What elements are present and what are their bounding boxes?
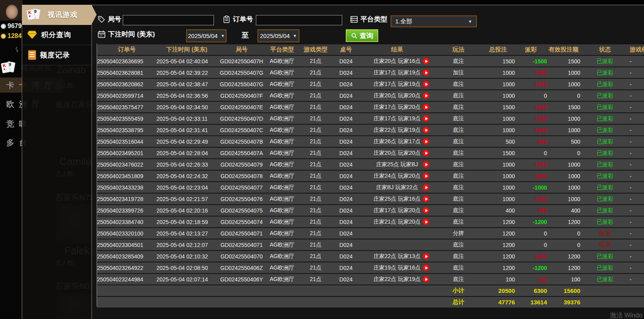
summary-row: 小计20500630015600 — [97, 285, 644, 296]
user-avatar — [0, 0, 23, 21]
date-from-value: 2025/05/04 — [188, 32, 218, 39]
table-row: 2505040233045012025-05-04 02:12:07GD0242… — [97, 239, 644, 250]
date-to-select[interactable]: 2025/05/04 ▼ — [257, 29, 299, 42]
result-text: 庄家20点 玩家20点 — [373, 150, 421, 157]
table-row: 2505040233847402025-05-04 02:18:59GD0242… — [97, 216, 644, 227]
play-video-button[interactable] — [423, 104, 429, 110]
round-number-input[interactable] — [123, 15, 214, 25]
column-header: 局号 — [217, 44, 266, 55]
platform-type-label: 平台类型 — [350, 15, 387, 24]
play-video-button[interactable] — [423, 81, 429, 87]
order-number-label: 订单号 — [223, 15, 253, 24]
points-balance: 9679 — [1, 23, 22, 30]
diamond-icon — [27, 30, 37, 39]
chat-text-fragment: 讠 — [15, 46, 21, 54]
play-video-button[interactable] — [423, 92, 429, 99]
table-row: 2505040234197282025-05-04 02:21:57GD0242… — [97, 194, 644, 204]
column-header: 结果 — [358, 44, 436, 55]
play-video-button[interactable] — [423, 138, 429, 145]
menu-item-label: 视讯游戏 — [48, 10, 78, 19]
platform-type-select[interactable]: 1.全部 ▼ — [391, 15, 477, 27]
credit-value: 1284 — [8, 32, 22, 40]
table-row: 2505040236208622025-05-04 02:38:47GD0242… — [97, 79, 644, 89]
play-video-button[interactable] — [423, 150, 429, 156]
calendar-icon — [97, 30, 106, 38]
result-text: 庄家17点 玩家19点 — [373, 81, 421, 88]
table-row: 2505040232854092025-05-04 02:10:32GD0242… — [97, 251, 644, 262]
points-value: 9679 — [8, 23, 22, 30]
date-range-to-label: 至 — [242, 30, 249, 40]
column-header: 有效投注额 — [547, 44, 580, 55]
result-text: 庄家17点 玩家19点 — [373, 115, 421, 122]
search-button[interactable]: 查询 — [346, 29, 378, 42]
chevron-down-icon: ▼ — [468, 19, 472, 24]
table-row: 2505040233997262025-05-04 02:20:16GD0242… — [97, 205, 644, 216]
menu-item-credit-records[interactable]: 额度记录 — [22, 45, 91, 65]
play-video-button[interactable] — [423, 173, 429, 179]
playing-cards-icon: 9 K♥ — [27, 9, 44, 21]
play-video-button[interactable] — [423, 184, 429, 191]
top-bar — [92, 0, 644, 5]
table-row: 2505040236280812025-05-04 02:39:22GD0242… — [97, 67, 644, 78]
play-video-button[interactable] — [423, 264, 429, 271]
result-text: 庄家26点 玩家17点 — [373, 138, 421, 145]
result-text: 庄家21点 玩家20点 — [373, 218, 421, 226]
result-text: 庄家17点 玩家20点 — [373, 207, 421, 214]
play-video-button[interactable] — [423, 127, 429, 133]
points-icon — [1, 24, 6, 29]
column-header: 玩法 — [436, 44, 481, 55]
round-number-label: 局号 — [97, 15, 121, 24]
play-video-button[interactable] — [423, 218, 429, 225]
windows-activation-watermark: 激活 Windo — [610, 311, 642, 319]
play-video-button[interactable] — [423, 115, 429, 122]
table-row: 2505040234332382025-05-04 02:23:04GD0242… — [97, 182, 644, 193]
summary-label: 小计 — [436, 285, 481, 296]
play-video-button[interactable] — [423, 276, 429, 283]
date-from-select[interactable]: 2025/05/04 ▼ — [186, 29, 227, 42]
platform-list-icon — [350, 15, 358, 23]
column-header: 游戏类型 — [298, 44, 333, 55]
platform-selected-value: 1.全部 — [395, 18, 412, 25]
play-video-button[interactable] — [423, 196, 429, 202]
column-header: 状态 — [580, 44, 630, 55]
date-to-value: 2025/05/04 — [260, 32, 290, 39]
table-row: 2505040234518092025-05-04 02:24:32GD0242… — [97, 171, 644, 181]
column-header: 平台类型 — [266, 44, 298, 55]
result-text: 庄家17点 玩家20点 — [373, 104, 421, 111]
chevron-down-icon: ▼ — [221, 34, 225, 38]
menu-item-video-games[interactable]: 9 K♥ 视讯游戏 — [22, 5, 91, 25]
column-header: 桌号 — [333, 44, 358, 55]
play-video-button[interactable] — [423, 161, 429, 168]
play-video-button[interactable] — [423, 69, 429, 76]
menu-item-points-query[interactable]: 积分查询 — [22, 25, 91, 45]
document-icon — [28, 50, 36, 60]
result-text: 庄家22点 玩家19点 — [373, 127, 421, 134]
play-video-button[interactable] — [423, 253, 429, 260]
result-text: 庄家19点 玩家16点 — [373, 264, 421, 272]
result-text: 庄家22点 玩家19点 — [373, 276, 421, 283]
playing-cards-icon: 9 K♥ — [2, 62, 18, 74]
coin-icon — [1, 34, 6, 39]
column-header: 下注时间 (美东) — [156, 44, 217, 55]
menu-item-label: 积分查询 — [41, 30, 71, 40]
column-header: 总投注 — [481, 44, 515, 55]
table-row: 2505040234760222025-05-04 02:26:33GD0242… — [97, 159, 644, 170]
table-row: 2505040232649222025-05-04 02:08:50GD0242… — [97, 262, 644, 273]
menu-item-label: 额度记录 — [40, 50, 70, 60]
result-text: 庄家17点 玩家19点 — [373, 69, 421, 76]
play-video-button[interactable] — [423, 207, 429, 214]
table-row: 2505040235160442025-05-04 02:29:49GD0242… — [97, 136, 644, 147]
column-header: 订单号 — [97, 44, 156, 55]
chevron-down-icon: ▼ — [293, 34, 297, 38]
result-text: 庄家20点 玩家20点 — [373, 92, 421, 99]
order-number-input[interactable] — [256, 15, 342, 25]
table-header-row: 订单号下注时间 (美东)局号平台类型游戏类型桌号结果玩法总投注派彩有效投注额状态… — [97, 44, 644, 55]
tag-icon — [97, 15, 105, 23]
records-menu-panel: 9 K♥ 视讯游戏 积分查询 额度记录 — [22, 5, 92, 319]
table-row: 2505040235554592025-05-04 02:33:11GD0242… — [97, 113, 644, 124]
search-icon — [351, 32, 358, 39]
result-text: 庄家22点 玩家13点 — [373, 253, 421, 260]
play-video-button[interactable] — [423, 58, 429, 65]
filter-bar: 局号 订单号 平台类型 1.全部 ▼ — [92, 5, 644, 44]
result-text: 庄家25点 玩家BJ — [376, 161, 418, 168]
